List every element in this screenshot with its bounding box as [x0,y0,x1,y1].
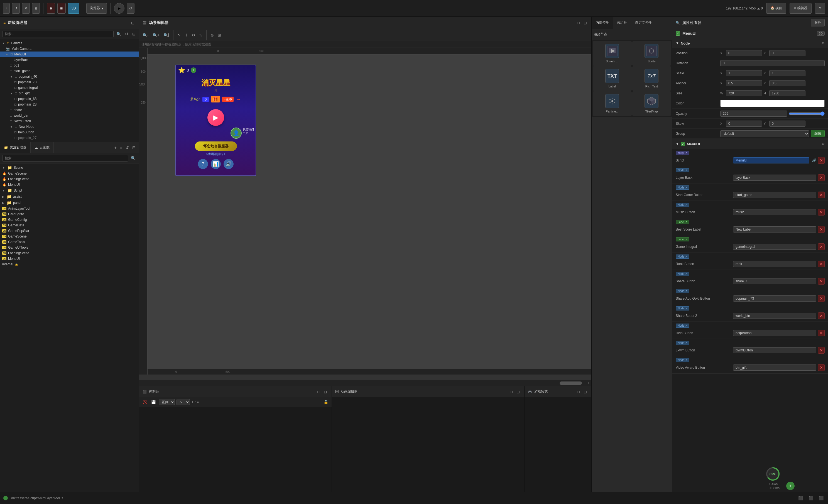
anchor-x[interactable] [726,80,762,86]
sharebtn2-value[interactable]: world_btn [733,313,816,319]
record-button[interactable]: ⏺ [47,3,55,14]
tree-item-lxwmbutton[interactable]: □ lxwmButton [0,118,139,124]
group-dropdown[interactable]: default [720,130,809,137]
status-btn-3[interactable]: ⬛ [818,495,825,501]
asset-add[interactable]: + [113,145,118,151]
rotation-input[interactable] [720,60,825,66]
tool-anchor[interactable]: ⊕ [209,32,215,38]
lxwm-remove[interactable]: ✕ [818,347,825,353]
anchor-y[interactable] [769,80,805,86]
grid-button[interactable]: ⊞ [32,3,40,14]
asset-item-menuui[interactable]: 🔥 MenuUI [0,182,139,187]
tree-item-btngift[interactable]: ▼ □ btn_gift [0,90,139,96]
asset-item-assist[interactable]: ▶ 📁 assist [0,194,139,200]
asset-item-gameitools[interactable]: JS GameUiTools [0,245,139,250]
tree-item-canvas[interactable]: ▼ □ Canvas [0,40,139,46]
comp-tab-custom[interactable]: 自定义控件 [631,17,656,29]
scale-y[interactable] [769,70,805,76]
help-btn[interactable]: ? [198,159,208,169]
node-checkbox[interactable]: ✓ [676,31,680,36]
tool-grid[interactable]: ⊞ [217,32,222,38]
start-btn-area[interactable]: 怀念劲奋搜服器 [176,141,256,151]
shareaddgold-value[interactable]: popmain_73 [733,295,816,302]
share-value[interactable]: share_1 [733,278,816,284]
console-clear[interactable]: 🚫 [141,399,149,405]
asset-item-panel[interactable]: ▶ 📁 panel [0,200,139,206]
preview-collapse[interactable]: ⊟ [582,389,588,394]
help-value[interactable]: helpButton [733,330,816,336]
scale-x[interactable] [726,70,762,76]
tree-item-popmain40[interactable]: ▼ □ popmain_40 [0,74,139,79]
gear-icon[interactable]: ⚙ [822,142,825,146]
asset-refresh[interactable]: ↺ [124,145,130,151]
scene-minimize[interactable]: □ [576,20,581,26]
menuui-checkbox[interactable]: ✓ [681,142,685,146]
size-w[interactable] [726,90,762,96]
videoaward-value[interactable]: btn_gift [733,365,816,371]
music-remove[interactable]: ✕ [818,209,825,215]
asset-list[interactable]: ≡ [119,145,123,151]
tree-item-popmain68[interactable]: □ popmain_68 [0,96,139,101]
hierarchy-refresh[interactable]: ↺ [124,31,129,37]
tree-item-share1[interactable]: □ share_1 [0,107,139,113]
tree-item-popmain27[interactable]: □ popmain_27 [0,135,139,141]
asset-search-btn[interactable]: 🔍 [130,155,137,162]
gameintegral-remove[interactable]: ✕ [818,243,825,250]
hierarchy-settings[interactable]: ⊟ [130,20,135,26]
console-filter-regex[interactable]: 正则 [159,399,175,405]
comp-tab-cloud[interactable]: 云组件 [613,17,631,29]
service-button[interactable]: 服务 [811,19,825,27]
stop-button[interactable]: ✕ [22,3,30,14]
hierarchy-expand[interactable]: ⊞ [131,31,137,37]
hierarchy-search[interactable] [2,31,114,37]
asset-item-cardsprite[interactable]: JS CardSprite [0,211,139,217]
tree-item-worldbtn[interactable]: □ world_btn [0,113,139,118]
share-remove[interactable]: ✕ [818,278,825,285]
gameintegral-value[interactable]: gameIntegral [733,244,816,250]
tree-item-gameintegral[interactable]: □ gameIntegral [0,85,139,90]
tree-item-bg1[interactable]: □ bg1 [0,62,139,68]
startgame-remove[interactable]: ✕ [818,192,825,198]
zoom-in[interactable]: 🔍+ [152,32,161,38]
stop-rec-button[interactable]: ⏹ [57,3,66,14]
console-scroll-lock[interactable]: 🔒 [322,399,329,405]
asset-item-loadingscene[interactable]: 🔥 LoadingScene [0,176,139,182]
comp-label[interactable]: TXT Label [593,66,632,91]
position-x[interactable] [726,50,762,56]
script-remove[interactable]: ✕ [818,157,825,164]
edit-button[interactable]: 编辑 [811,130,825,137]
asset-item-gamescene[interactable]: 🔥 GameScene [0,171,139,176]
3d-toggle[interactable]: 3D [68,3,79,14]
position-y[interactable] [769,50,805,56]
play-circle-btn[interactable]: ▶ [207,109,224,126]
startgame-value[interactable]: start_game [733,192,816,198]
comp-tiledmap[interactable]: TiledMap [632,91,671,116]
videoaward-remove[interactable]: ✕ [818,364,825,371]
help-button[interactable]: ? [815,3,825,14]
tree-item-menuui[interactable]: ▼ □ MenuUI [0,51,139,57]
status-btn-2[interactable]: ⬛ [808,495,814,501]
sound-btn[interactable]: 🔊 [223,159,234,169]
music-value[interactable]: music [733,209,816,215]
asset-tab-resources[interactable]: 📁 资源管理器 [0,142,31,153]
anim-collapse[interactable]: ⊟ [515,389,521,394]
comp-sprite[interactable]: Sprite [632,41,671,66]
rank-btn[interactable]: 📊 [211,159,221,169]
status-btn-1[interactable]: ⬛ [797,495,804,501]
bestscore-value[interactable]: New Label [733,226,816,233]
add-button[interactable]: + [3,3,10,14]
skew-y[interactable] [769,121,805,127]
scene-close[interactable]: ⊟ [582,20,588,26]
console-filter-level[interactable]: All [176,399,190,405]
layerback-remove[interactable]: ✕ [818,174,825,181]
asset-search-input[interactable] [2,155,128,162]
zoom-out[interactable]: 🔍- [141,32,150,38]
tool-select[interactable]: ↖ [176,32,182,38]
asset-item-gametools[interactable]: JS GameTools [0,239,139,245]
asset-item-loadingscenejs[interactable]: JS LoadingScene [0,250,139,256]
start-button[interactable]: 怀念劲奋搜服器 [195,141,237,151]
asset-item-script-folder[interactable]: ▼ 📁 Script [0,187,139,194]
anim-maximize[interactable]: □ [509,389,514,394]
asset-item-menuuijs[interactable]: JS MenuUI [0,256,139,261]
script-value[interactable]: MenuUI [733,157,809,163]
